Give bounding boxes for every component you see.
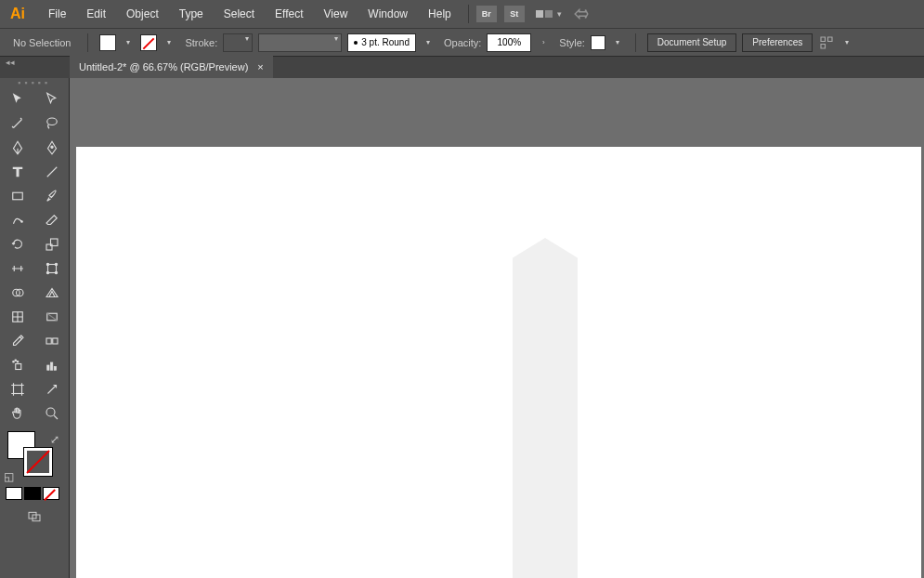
menu-file[interactable]: File xyxy=(39,3,75,25)
opacity-label: Opacity: xyxy=(444,37,481,48)
svg-point-19 xyxy=(15,360,17,361)
align-icon[interactable] xyxy=(818,34,835,51)
menu-window[interactable]: Window xyxy=(358,3,417,25)
pen-tool[interactable] xyxy=(3,136,33,160)
symbol-sprayer-tool[interactable] xyxy=(3,353,33,377)
document-tab-bar: Untitled-2* @ 66.67% (RGB/Preview) × xyxy=(0,56,924,78)
stroke-swatch[interactable] xyxy=(140,34,157,51)
svg-rect-21 xyxy=(46,365,48,370)
shaper-tool[interactable] xyxy=(3,208,33,232)
artboard[interactable] xyxy=(76,147,921,578)
hand-tool[interactable] xyxy=(3,401,33,426)
direct-selection-tool[interactable] xyxy=(37,87,67,112)
swap-fill-stroke-icon[interactable]: ⤢ xyxy=(50,433,59,446)
free-transform-tool[interactable] xyxy=(37,256,67,281)
menu-bar: Ai File Edit Object Type Select Effect V… xyxy=(0,0,924,28)
arrange-documents-icon[interactable]: ▾ xyxy=(536,9,562,19)
options-bar: No Selection ▾ ▾ Stroke: ▾ ▾ 3 pt. Round… xyxy=(0,28,924,56)
svg-point-0 xyxy=(46,118,57,125)
fill-stroke-control[interactable]: ⤢ ◱ xyxy=(0,429,69,485)
line-tool[interactable] xyxy=(37,160,67,184)
svg-rect-17 xyxy=(15,364,20,370)
color-mode-icon[interactable] xyxy=(6,487,22,500)
svg-rect-15 xyxy=(46,338,51,344)
brush-label: 3 pt. Round xyxy=(361,37,410,47)
perspective-grid-tool[interactable] xyxy=(37,281,67,305)
shape-builder-tool[interactable] xyxy=(3,281,33,305)
stroke-label: Stroke: xyxy=(185,37,217,48)
svg-point-20 xyxy=(17,361,19,363)
divider xyxy=(635,33,636,52)
svg-point-3 xyxy=(20,221,22,223)
rectangle-tool[interactable] xyxy=(3,184,33,208)
menu-help[interactable]: Help xyxy=(419,3,461,25)
tools-panel: ▪▪▪▪▪ ⤢ ◱ xyxy=(0,78,70,578)
blend-tool[interactable] xyxy=(37,329,67,353)
svg-rect-6 xyxy=(47,265,56,273)
curvature-tool[interactable] xyxy=(37,136,67,160)
document-tab[interactable]: Untitled-2* @ 66.67% (RGB/Preview) × xyxy=(70,56,273,78)
svg-point-18 xyxy=(12,361,14,363)
stroke-weight-input[interactable]: ▾ xyxy=(223,33,253,52)
svg-point-9 xyxy=(46,271,48,273)
gradient-tool[interactable] xyxy=(37,305,67,329)
menu-select[interactable]: Select xyxy=(215,3,264,25)
stroke-dropdown[interactable]: ▾ xyxy=(163,38,176,46)
document-tab-title: Untitled-2* @ 66.67% (RGB/Preview) xyxy=(79,61,248,72)
gradient-mode-icon[interactable] xyxy=(24,487,41,500)
width-tool[interactable] xyxy=(3,256,33,281)
style-dropdown[interactable]: ▾ xyxy=(611,38,624,46)
align-dropdown[interactable]: ▾ xyxy=(840,38,853,46)
panel-collapse-icon[interactable]: ◂◂ xyxy=(6,58,15,67)
stroke-color-swatch[interactable] xyxy=(24,448,52,476)
svg-point-7 xyxy=(46,263,48,265)
style-swatch[interactable] xyxy=(591,35,605,50)
hexagon-shape[interactable] xyxy=(513,238,578,578)
style-label: Style: xyxy=(559,37,585,48)
selection-status: No Selection xyxy=(7,35,76,50)
zoom-tool[interactable] xyxy=(37,401,67,426)
document-setup-button[interactable]: Document Setup xyxy=(647,33,737,52)
fill-dropdown[interactable]: ▾ xyxy=(122,38,135,46)
svg-rect-2 xyxy=(12,192,22,200)
variable-width-profile[interactable]: ▾ xyxy=(258,33,342,52)
brush-dropdown[interactable]: ▾ xyxy=(422,38,435,46)
fill-swatch[interactable] xyxy=(99,34,116,51)
default-fill-stroke-icon[interactable]: ◱ xyxy=(4,470,14,483)
magic-wand-tool[interactable] xyxy=(3,112,33,136)
menu-edit[interactable]: Edit xyxy=(77,3,115,25)
color-mode-row xyxy=(0,485,69,502)
rotate-tool[interactable] xyxy=(3,232,33,256)
svg-point-10 xyxy=(55,271,57,273)
menu-effect[interactable]: Effect xyxy=(266,3,312,25)
selection-tool[interactable] xyxy=(3,87,33,112)
column-graph-tool[interactable] xyxy=(37,353,67,377)
paintbrush-tool[interactable] xyxy=(37,184,67,208)
artboard-tool[interactable] xyxy=(3,377,33,401)
eyedropper-tool[interactable] xyxy=(3,329,33,353)
gpu-performance-icon[interactable] xyxy=(573,6,590,22)
svg-point-8 xyxy=(55,263,57,265)
none-mode-icon[interactable] xyxy=(43,487,59,500)
brush-definition[interactable]: 3 pt. Round xyxy=(347,33,416,52)
opacity-dropdown[interactable]: › xyxy=(537,38,550,46)
preferences-button[interactable]: Preferences xyxy=(742,33,813,52)
scale-tool[interactable] xyxy=(37,232,67,256)
menu-type[interactable]: Type xyxy=(170,3,213,25)
screen-mode-icon[interactable] xyxy=(0,502,69,532)
eraser-tool[interactable] xyxy=(37,208,67,232)
lasso-tool[interactable] xyxy=(37,112,67,136)
stock-icon[interactable]: St xyxy=(504,6,525,22)
mesh-tool[interactable] xyxy=(3,305,33,329)
bridge-icon[interactable]: Br xyxy=(476,6,497,22)
menu-object[interactable]: Object xyxy=(117,3,168,25)
slice-tool[interactable] xyxy=(37,377,67,401)
menu-view[interactable]: View xyxy=(315,3,358,25)
tools-collapse-icon[interactable]: ▪▪▪▪▪ xyxy=(0,78,69,87)
type-tool[interactable] xyxy=(3,160,33,184)
opacity-input[interactable]: 100% xyxy=(487,33,531,52)
svg-point-1 xyxy=(50,146,52,148)
canvas-area[interactable] xyxy=(70,78,924,578)
close-tab-icon[interactable]: × xyxy=(257,61,263,72)
divider xyxy=(468,5,469,23)
